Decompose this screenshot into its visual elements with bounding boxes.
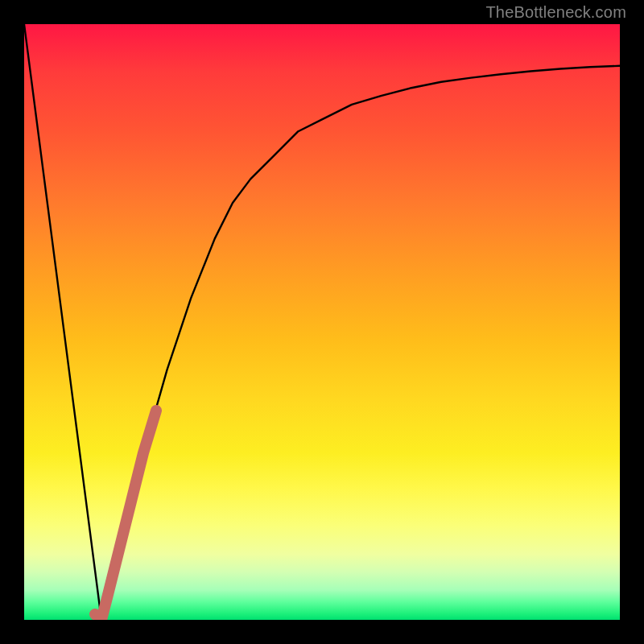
chart-frame: TheBottleneck.com xyxy=(0,0,644,644)
plot-area xyxy=(24,24,620,620)
highlight-segment xyxy=(95,411,156,620)
attribution-text: TheBottleneck.com xyxy=(485,3,626,22)
bottleneck-curve xyxy=(24,24,620,620)
chart-svg xyxy=(24,24,620,620)
